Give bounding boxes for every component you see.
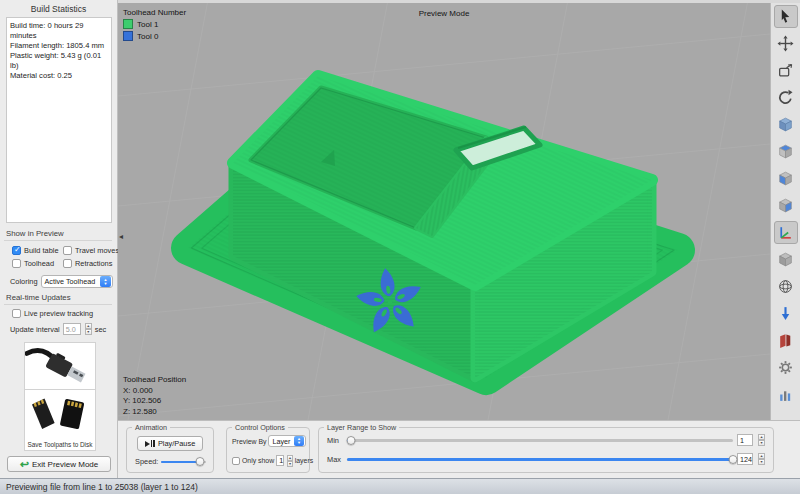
settings-gear[interactable] bbox=[774, 356, 798, 379]
toolhead-position-readout: Toolhead Position X: 0.000 Y: 102.506 Z:… bbox=[123, 375, 186, 417]
side-view[interactable] bbox=[774, 194, 798, 217]
status-bar-text: Previewing file from line 1 to 25038 (la… bbox=[6, 482, 198, 492]
min-slider-handle[interactable] bbox=[346, 436, 355, 445]
layers-label: layers bbox=[295, 457, 313, 464]
only-show-stepper[interactable]: ▲▼ bbox=[287, 455, 293, 466]
rotate-view-tool[interactable] bbox=[774, 86, 798, 109]
wireframe-toggle[interactable] bbox=[774, 275, 798, 298]
preview-control-bar: Animation Play/Pause Speed: Control Opti… bbox=[118, 420, 800, 478]
speed-slider[interactable] bbox=[161, 457, 206, 466]
front-view[interactable] bbox=[774, 167, 798, 190]
top-view[interactable] bbox=[774, 140, 798, 163]
checkbox-live-tracking[interactable]: Live preview tracking bbox=[12, 309, 93, 318]
play-pause-button[interactable]: Play/Pause bbox=[137, 436, 203, 451]
play-pause-label: Play/Pause bbox=[158, 439, 195, 448]
save-to-disk-card[interactable]: Save Toolpaths to Disk bbox=[24, 389, 96, 451]
only-show-checkbox[interactable] bbox=[232, 457, 240, 465]
tool0-label: Tool 0 bbox=[137, 32, 158, 41]
travel-moves-label: Travel moves bbox=[75, 246, 119, 255]
speed-slider-handle[interactable] bbox=[195, 457, 204, 466]
max-layer-slider[interactable] bbox=[347, 455, 733, 464]
panel-collapse-arrow[interactable]: ◂ bbox=[119, 232, 123, 241]
stat-filament-length: Filament length: 1805.4 mm bbox=[10, 41, 108, 51]
max-layer-input[interactable]: 124 bbox=[737, 453, 753, 465]
control-options-group: Control Options Preview By Layer ▲▼ Only… bbox=[226, 427, 310, 473]
panel-title: Build Statistics bbox=[0, 4, 117, 14]
toolhead-z: Z: 12.580 bbox=[123, 407, 186, 418]
coloring-label: Coloring bbox=[10, 277, 38, 286]
divider bbox=[4, 304, 112, 305]
min-layer-row: Min 1 ▲▼ bbox=[327, 434, 765, 446]
sd-cards-image bbox=[25, 392, 95, 436]
max-slider-handle[interactable] bbox=[729, 455, 738, 464]
solid-model-toggle[interactable] bbox=[774, 248, 798, 271]
window-top-strip bbox=[118, 0, 800, 3]
preview-mode-label: Preview Mode bbox=[118, 9, 770, 18]
only-show-row: Only show 1 ▲▼ layers bbox=[232, 455, 306, 466]
min-layer-stepper[interactable]: ▲▼ bbox=[758, 434, 765, 446]
support-structures[interactable] bbox=[774, 383, 798, 406]
layer-range-group-label: Layer Range to Show bbox=[324, 423, 399, 432]
tool0-swatch bbox=[123, 31, 133, 41]
live-tracking-label: Live preview tracking bbox=[24, 309, 93, 318]
preview-by-select[interactable]: Layer ▲▼ bbox=[268, 435, 306, 447]
build-stats-box: Build time: 0 hours 29 minutes Filament … bbox=[6, 17, 112, 223]
pan-view-tool[interactable] bbox=[774, 59, 798, 82]
exit-button-label: Exit Preview Mode bbox=[32, 460, 98, 469]
checkbox-toolhead[interactable]: Toolhead bbox=[12, 259, 54, 268]
max-layer-stepper[interactable]: ▲▼ bbox=[758, 453, 765, 465]
max-layer-row: Max 124 ▲▼ bbox=[327, 453, 765, 465]
live-tracking-checkbox[interactable] bbox=[12, 309, 21, 318]
divider bbox=[4, 240, 112, 241]
build-table-checkbox[interactable] bbox=[12, 246, 21, 255]
min-layer-input[interactable]: 1 bbox=[737, 434, 753, 446]
animation-group: Animation Play/Pause Speed: bbox=[126, 427, 214, 473]
update-interval-input[interactable]: 5.0 bbox=[63, 323, 81, 335]
toolhead-checkbox[interactable] bbox=[12, 259, 21, 268]
select-arrows-icon: ▲▼ bbox=[294, 436, 304, 446]
cursor-tool[interactable] bbox=[774, 5, 798, 28]
legend-item-tool1: Tool 1 bbox=[123, 19, 186, 29]
retractions-checkbox[interactable] bbox=[63, 259, 72, 268]
only-show-input[interactable]: 1 bbox=[276, 455, 284, 466]
update-interval-row: Update interval 5.0 ▲▼ sec bbox=[10, 323, 106, 335]
layer-range-group: Layer Range to Show Min 1 ▲▼ Max 124 ▲▼ bbox=[318, 427, 774, 473]
travel-moves-checkbox[interactable] bbox=[63, 246, 72, 255]
update-interval-unit: sec bbox=[95, 325, 107, 334]
checkbox-travel-moves[interactable]: Travel moves bbox=[63, 246, 119, 255]
default-view[interactable] bbox=[774, 113, 798, 136]
stat-plastic-weight: Plastic weight: 5.43 g (0.01 lb) bbox=[10, 51, 108, 71]
printed-model-canvas bbox=[118, 0, 770, 420]
toolhead-label: Toolhead bbox=[24, 259, 54, 268]
viewport-3d[interactable]: Toolhead Number Tool 1 Tool 0 Preview Mo… bbox=[118, 0, 770, 420]
min-layer-slider[interactable] bbox=[347, 436, 733, 445]
sd-card-caption: Save Toolpaths to Disk bbox=[25, 441, 95, 448]
exit-arrow-icon: ↩ bbox=[20, 459, 29, 469]
coloring-select[interactable]: Active Toolhead ▲▼ bbox=[41, 275, 113, 288]
tool1-swatch bbox=[123, 19, 133, 29]
retractions-label: Retractions bbox=[75, 259, 112, 268]
checkbox-build-table[interactable]: Build table bbox=[12, 246, 59, 255]
cross-section-tool[interactable] bbox=[774, 329, 798, 352]
build-statistics-panel: Build Statistics Build time: 0 hours 29 … bbox=[0, 0, 118, 478]
preview-by-row: Preview By Layer ▲▼ bbox=[232, 435, 306, 447]
preview-by-label: Preview By bbox=[232, 438, 266, 445]
legend-item-tool0: Tool 0 bbox=[123, 31, 186, 41]
coordinate-axes-toggle[interactable] bbox=[774, 221, 798, 244]
max-label: Max bbox=[327, 455, 343, 464]
select-arrows-icon: ▲▼ bbox=[100, 276, 111, 287]
stat-build-time: Build time: 0 hours 29 minutes bbox=[10, 21, 108, 41]
preview-by-value: Layer bbox=[272, 437, 290, 446]
update-interval-stepper[interactable]: ▲▼ bbox=[85, 323, 92, 335]
play-pause-icon bbox=[145, 440, 155, 447]
checkbox-retractions[interactable]: Retractions bbox=[63, 259, 112, 268]
tool1-label: Tool 1 bbox=[137, 20, 158, 29]
only-show-label: Only show bbox=[242, 457, 274, 464]
control-options-group-label: Control Options bbox=[232, 423, 288, 432]
status-bar: Previewing file from line 1 to 25038 (la… bbox=[0, 478, 800, 494]
stat-material-cost: Material cost: 0.25 bbox=[10, 71, 108, 81]
exit-preview-mode-button[interactable]: ↩ Exit Preview Mode bbox=[7, 456, 111, 472]
normals-toggle[interactable] bbox=[774, 302, 798, 325]
animation-group-label: Animation bbox=[132, 423, 170, 432]
move-tool[interactable] bbox=[774, 32, 798, 55]
